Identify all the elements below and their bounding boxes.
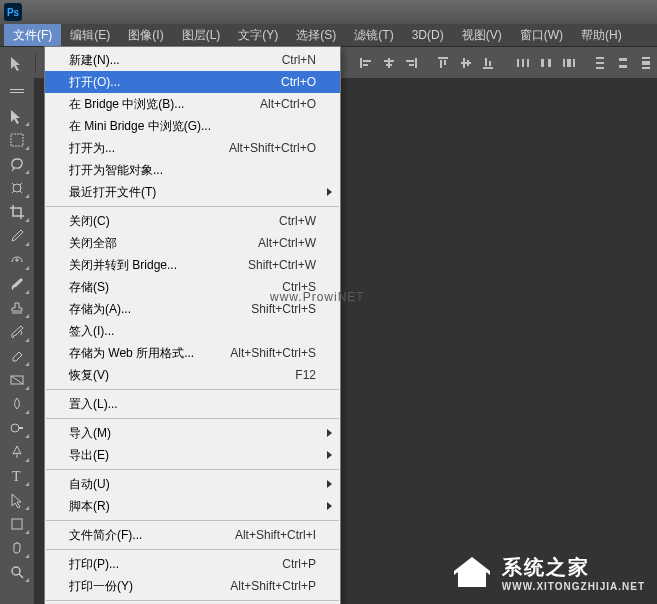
menuitem-最近打开文件T[interactable]: 最近打开文件(T) xyxy=(45,181,340,203)
menuitem-label: 导入(M) xyxy=(69,425,316,442)
menuitem-shortcut: Ctrl+P xyxy=(282,557,316,571)
menu-视图[interactable]: 视图(V) xyxy=(453,24,511,46)
menuitem-shortcut: Shift+Ctrl+S xyxy=(251,302,316,316)
distribute-v-icon[interactable] xyxy=(591,52,610,74)
menuitem-恢复V[interactable]: 恢复(V)F12 xyxy=(45,364,340,386)
zoom-tool[interactable] xyxy=(4,561,30,583)
distribute-h-icon[interactable] xyxy=(514,52,533,74)
menu-separator xyxy=(46,549,339,550)
svg-text:T: T xyxy=(12,469,21,484)
menu-图层[interactable]: 图层(L) xyxy=(173,24,230,46)
svg-rect-26 xyxy=(567,59,571,67)
menuitem-打印P[interactable]: 打印(P)...Ctrl+P xyxy=(45,553,340,575)
align-center-h-icon[interactable] xyxy=(379,52,398,74)
menuitem-打开为[interactable]: 打开为...Alt+Shift+Ctrl+O xyxy=(45,137,340,159)
distribute-h3-icon[interactable] xyxy=(559,52,578,74)
menu-帮助[interactable]: 帮助(H) xyxy=(572,24,631,46)
align-bottom-icon[interactable] xyxy=(479,52,498,74)
menuitem-脚本R[interactable]: 脚本(R) xyxy=(45,495,340,517)
menuitem-置入L[interactable]: 置入(L)... xyxy=(45,393,340,415)
dodge-tool[interactable] xyxy=(4,417,30,439)
menuitem-label: 打印一份(Y) xyxy=(69,578,230,595)
type-tool[interactable]: T xyxy=(4,465,30,487)
align-top-icon[interactable] xyxy=(433,52,452,74)
eraser-tool[interactable] xyxy=(4,345,30,367)
svg-rect-27 xyxy=(573,59,575,67)
menuitem-打开为智能对象[interactable]: 打开为智能对象... xyxy=(45,159,340,181)
history-brush-tool[interactable] xyxy=(4,321,30,343)
menuitem-label: 存储为 Web 所用格式... xyxy=(69,345,230,362)
stamp-tool[interactable] xyxy=(4,297,30,319)
healing-tool[interactable] xyxy=(4,249,30,271)
svg-rect-23 xyxy=(541,59,544,67)
hand-tool[interactable] xyxy=(4,537,30,559)
menuitem-label: 在 Mini Bridge 中浏览(G)... xyxy=(69,118,316,135)
menuitem-在Bridge中浏览B[interactable]: 在 Bridge 中浏览(B)...Alt+Ctrl+O xyxy=(45,93,340,115)
menuitem-签入I[interactable]: 签入(I)... xyxy=(45,320,340,342)
flyout-indicator-icon xyxy=(25,338,29,342)
menuitem-关闭全部[interactable]: 关闭全部Alt+Ctrl+W xyxy=(45,232,340,254)
brand-en: WWW.XITONGZHIJIA.NET xyxy=(502,581,645,592)
align-right-icon[interactable] xyxy=(402,52,421,74)
gradient-tool[interactable] xyxy=(4,369,30,391)
ps-logo-icon: Ps xyxy=(4,3,22,21)
flyout-indicator-icon xyxy=(25,218,29,222)
move-tool[interactable] xyxy=(4,105,30,127)
submenu-arrow-icon xyxy=(327,188,332,196)
svg-rect-7 xyxy=(386,64,392,66)
menuitem-自动U[interactable]: 自动(U) xyxy=(45,473,340,495)
menuitem-shortcut: Ctrl+O xyxy=(281,75,316,89)
menuitem-label: 脚本(R) xyxy=(69,498,316,515)
menuitem-打开O[interactable]: 打开(O)...Ctrl+O xyxy=(45,71,340,93)
menuitem-在MiniBridge中浏览G[interactable]: 在 Mini Bridge 中浏览(G)... xyxy=(45,115,340,137)
svg-rect-25 xyxy=(563,59,565,67)
pen-tool[interactable] xyxy=(4,441,30,463)
menuitem-label: 关闭(C) xyxy=(69,213,279,230)
shape-tool[interactable] xyxy=(4,513,30,535)
svg-rect-30 xyxy=(596,67,604,69)
menu-选择[interactable]: 选择(S) xyxy=(287,24,345,46)
menuitem-导入M[interactable]: 导入(M) xyxy=(45,422,340,444)
path-select-tool[interactable] xyxy=(4,489,30,511)
svg-point-44 xyxy=(12,567,20,575)
menu-文件[interactable]: 文件(F) xyxy=(4,24,61,46)
eyedropper-tool[interactable] xyxy=(4,225,30,247)
menuitem-新建N[interactable]: 新建(N)...Ctrl+N xyxy=(45,49,340,71)
menuitem-导出E[interactable]: 导出(E) xyxy=(45,444,340,466)
menu-编辑[interactable]: 编辑(E) xyxy=(61,24,119,46)
menuitem-文件简介F[interactable]: 文件简介(F)...Alt+Shift+Ctrl+I xyxy=(45,524,340,546)
svg-rect-21 xyxy=(522,59,524,67)
flyout-indicator-icon xyxy=(25,314,29,318)
svg-rect-6 xyxy=(384,60,394,62)
align-left-icon[interactable] xyxy=(356,52,375,74)
menuitem-打印一份Y[interactable]: 打印一份(Y)Alt+Shift+Ctrl+P xyxy=(45,575,340,597)
menu-滤镜[interactable]: 滤镜(T) xyxy=(345,24,402,46)
menu-3d[interactable]: 3D(D) xyxy=(403,24,453,46)
menuitem-label: 最近打开文件(T) xyxy=(69,184,316,201)
svg-rect-33 xyxy=(642,57,650,59)
blur-tool[interactable] xyxy=(4,393,30,415)
crop-tool[interactable] xyxy=(4,201,30,223)
menu-窗口[interactable]: 窗口(W) xyxy=(511,24,572,46)
submenu-arrow-icon xyxy=(327,451,332,459)
menuitem-shortcut: Alt+Shift+Ctrl+I xyxy=(235,528,316,542)
distribute-h2-icon[interactable] xyxy=(537,52,556,74)
menu-separator xyxy=(46,469,339,470)
menuitem-关闭并转到Bridge[interactable]: 关闭并转到 Bridge...Shift+Ctrl+W xyxy=(45,254,340,276)
distribute-v3-icon[interactable] xyxy=(636,52,655,74)
marquee-tool[interactable] xyxy=(4,129,30,151)
align-center-v-icon[interactable] xyxy=(456,52,475,74)
menu-文字[interactable]: 文字(Y) xyxy=(229,24,287,46)
menuitem-shortcut: Shift+Ctrl+W xyxy=(248,258,316,272)
menuitem-存储为Web所用格式[interactable]: 存储为 Web 所用格式...Alt+Shift+Ctrl+S xyxy=(45,342,340,364)
brush-tool[interactable] xyxy=(4,273,30,295)
svg-rect-18 xyxy=(485,58,487,66)
panel-grip-icon[interactable] xyxy=(4,81,30,103)
menuitem-关闭C[interactable]: 关闭(C)Ctrl+W xyxy=(45,210,340,232)
faded-watermark: www.ProwiNET xyxy=(270,290,365,304)
lasso-tool[interactable] xyxy=(4,153,30,175)
menu-bar: 文件(F)编辑(E)图像(I)图层(L)文字(Y)选择(S)滤镜(T)3D(D)… xyxy=(0,24,657,47)
menu-图像[interactable]: 图像(I) xyxy=(119,24,172,46)
quick-select-tool[interactable] xyxy=(4,177,30,199)
distribute-v2-icon[interactable] xyxy=(613,52,632,74)
